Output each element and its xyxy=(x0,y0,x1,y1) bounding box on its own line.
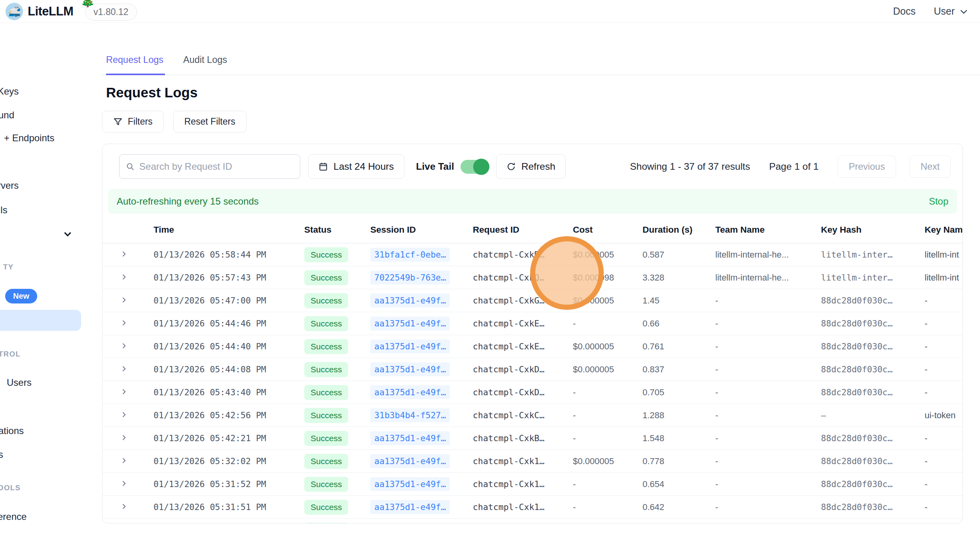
session-id-link[interactable]: aa1375d1-e49f… xyxy=(370,477,450,491)
session-id-link[interactable]: aa1375d1-e49f… xyxy=(370,317,450,330)
status-badge: Success xyxy=(304,316,348,331)
user-menu[interactable]: User xyxy=(934,6,969,17)
row-expand-chevron-icon[interactable] xyxy=(120,457,128,465)
sidebar-item-servers[interactable]: rvers xyxy=(0,180,19,191)
col-time: Time xyxy=(154,222,304,243)
cell-time: 01/13/2026 05:31:38 PM xyxy=(154,519,304,524)
sidebar-collapse-chevron-icon[interactable] xyxy=(63,229,73,239)
row-expand-chevron-icon[interactable] xyxy=(120,411,128,419)
cell-time: 01/13/2026 05:42:21 PM xyxy=(154,427,304,450)
table-row[interactable]: 01/13/2026 05:58:44 PM Success 31bfa1cf-… xyxy=(102,243,963,266)
cell-status: Success xyxy=(304,358,370,381)
cell-session-id: aa1375d1-e49f… xyxy=(370,450,473,473)
sidebar-item-organizations[interactable]: ations xyxy=(0,425,24,436)
reset-filters-button[interactable]: Reset Filters xyxy=(173,111,246,133)
table-row[interactable]: 01/13/2026 05:44:40 PM Success aa1375d1-… xyxy=(102,335,963,358)
filters-button[interactable]: Filters xyxy=(102,111,164,133)
session-id-link[interactable]: aa1375d1-e49f… xyxy=(370,523,450,523)
status-badge: Success xyxy=(304,454,348,469)
cell-session-id: aa1375d1-e49f… xyxy=(370,335,473,358)
next-page-button[interactable]: Next xyxy=(910,155,951,178)
status-badge: Success xyxy=(304,270,348,285)
cell-team-name: litellm-internal-he... xyxy=(715,243,821,266)
cell-key-hash: 88dc28d0f030c… xyxy=(821,496,925,519)
previous-page-button[interactable]: Previous xyxy=(838,155,896,178)
cell-time: 01/13/2026 05:43:40 PM xyxy=(154,381,304,404)
session-id-link[interactable]: aa1375d1-e49f… xyxy=(370,294,450,307)
sidebar-item-users[interactable]: Users xyxy=(7,377,32,388)
cell-time: 01/13/2026 05:57:43 PM xyxy=(154,266,304,289)
sidebar-active-item-highlight[interactable] xyxy=(0,310,81,331)
session-id-link[interactable]: aa1375d1-e49f… xyxy=(370,385,450,399)
table-row[interactable]: 01/13/2026 05:44:46 PM Success aa1375d1-… xyxy=(102,312,963,335)
table-row[interactable]: 01/13/2026 05:42:21 PM Success aa1375d1-… xyxy=(102,427,963,450)
cell-key-name: - xyxy=(925,450,963,473)
cell-status: Success xyxy=(304,519,370,524)
cell-team-name: - xyxy=(715,381,821,404)
sidebar-item-guardrails[interactable]: ils xyxy=(0,205,8,216)
cell-team-name: - xyxy=(715,289,821,312)
cell-team-name: - xyxy=(715,496,821,519)
brand-title: LiteLLM xyxy=(28,4,73,19)
refresh-button[interactable]: Refresh xyxy=(496,154,566,179)
cell-cost: - xyxy=(573,404,643,427)
sidebar-item-teams[interactable]: s xyxy=(0,449,3,460)
cell-cost: - xyxy=(573,312,643,335)
sidebar-item-api-reference[interactable]: erence xyxy=(0,511,27,522)
cell-key-hash: litellm-inter… xyxy=(821,243,925,266)
sidebar-item-playground[interactable]: und xyxy=(0,110,14,121)
cell-time: 01/13/2026 05:31:52 PM xyxy=(154,473,304,496)
session-id-link[interactable]: 31b3b4b4-f527… xyxy=(370,408,450,422)
row-expand-chevron-icon[interactable] xyxy=(120,319,128,327)
sidebar-item-endpoints[interactable]: + Endpoints xyxy=(4,133,54,144)
table-row[interactable]: 01/13/2026 05:31:38 PM Success aa1375d1-… xyxy=(102,519,963,524)
sidebar-item-keys[interactable]: Keys xyxy=(0,86,19,97)
status-badge: Success xyxy=(304,431,348,446)
col-session-id: Session ID xyxy=(370,222,473,243)
session-id-link[interactable]: aa1375d1-e49f… xyxy=(370,431,450,445)
tab-request-logs[interactable]: Request Logs xyxy=(106,55,165,75)
row-expand-chevron-icon[interactable] xyxy=(120,502,128,510)
session-id-link[interactable]: aa1375d1-e49f… xyxy=(370,339,450,353)
table-row[interactable]: 01/13/2026 05:44:08 PM Success aa1375d1-… xyxy=(102,358,963,381)
session-id-link[interactable]: aa1375d1-e49f… xyxy=(370,500,450,514)
search-input[interactable] xyxy=(139,161,294,172)
cell-duration: 1.288 xyxy=(643,404,715,427)
status-badge: Success xyxy=(304,385,348,400)
tab-audit-logs[interactable]: Audit Logs xyxy=(183,55,229,75)
session-id-link[interactable]: 31bfa1cf-0ebe… xyxy=(370,248,450,262)
search-box xyxy=(119,154,300,179)
row-expand-chevron-icon[interactable] xyxy=(120,342,128,350)
cell-session-id: 31b3b4b4-f527… xyxy=(370,404,473,427)
row-expand-chevron-icon[interactable] xyxy=(120,365,128,373)
row-expand-chevron-icon[interactable] xyxy=(120,296,128,304)
table-header-row: Time Status Session ID Request ID Cost D… xyxy=(102,222,963,243)
time-range-button[interactable]: Last 24 Hours xyxy=(308,154,404,179)
table-row[interactable]: 01/13/2026 05:31:51 PM Success aa1375d1-… xyxy=(102,496,963,519)
top-navbar: 🚅 LiteLLM 🎄 v1.80.12 Docs User xyxy=(0,0,980,23)
table-row[interactable]: 01/13/2026 05:57:43 PM Success 7022549b-… xyxy=(102,266,963,289)
session-id-link[interactable]: 7022549b-763e… xyxy=(370,271,450,284)
table-row[interactable]: 01/13/2026 05:47:00 PM Success aa1375d1-… xyxy=(102,289,963,312)
table-row[interactable]: 01/13/2026 05:43:40 PM Success aa1375d1-… xyxy=(102,381,963,404)
row-expand-chevron-icon[interactable] xyxy=(120,388,128,396)
stop-auto-refresh-link[interactable]: Stop xyxy=(929,196,948,207)
session-id-link[interactable]: aa1375d1-e49f… xyxy=(370,454,450,468)
cell-key-name: litellm-int xyxy=(925,243,963,266)
col-status: Status xyxy=(304,222,370,243)
cell-key-name: ui-token xyxy=(925,404,963,427)
table-row[interactable]: 01/13/2026 05:42:56 PM Success 31b3b4b4-… xyxy=(102,404,963,427)
session-id-link[interactable]: aa1375d1-e49f… xyxy=(370,362,450,376)
logs-card: Last 24 Hours Live Tail Refresh Showing … xyxy=(102,144,963,523)
table-row[interactable]: 01/13/2026 05:32:02 PM Success aa1375d1-… xyxy=(102,450,963,473)
row-expand-chevron-icon[interactable] xyxy=(120,250,128,258)
live-tail-toggle[interactable] xyxy=(461,160,488,174)
row-expand-chevron-icon[interactable] xyxy=(120,273,128,281)
table-row[interactable]: 01/13/2026 05:31:52 PM Success aa1375d1-… xyxy=(102,473,963,496)
row-expand-chevron-icon[interactable] xyxy=(120,480,128,487)
docs-link[interactable]: Docs xyxy=(893,6,916,17)
row-expand-chevron-icon[interactable] xyxy=(120,434,128,442)
cell-time: 01/13/2026 05:58:44 PM xyxy=(154,243,304,266)
sidebar-section-access-control: TROL xyxy=(0,350,21,358)
cell-duration: 3.328 xyxy=(643,266,715,289)
